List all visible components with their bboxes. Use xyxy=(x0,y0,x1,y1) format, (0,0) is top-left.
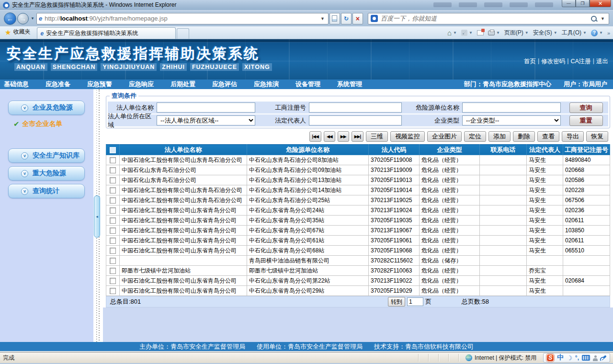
history-dropdown-icon[interactable]: ▼ xyxy=(31,16,34,21)
row-checkbox[interactable] xyxy=(110,177,116,183)
query-reset-button[interactable]: 重置 xyxy=(569,115,603,126)
goto-page-button[interactable]: 转到 xyxy=(388,297,405,307)
toolbar-button[interactable]: 企业图片 xyxy=(427,131,462,142)
pager-button[interactable]: |◀◀ xyxy=(309,131,321,142)
toolbar-button[interactable]: 添加 xyxy=(488,131,511,142)
banner-link[interactable]: 修改密码 xyxy=(541,57,565,66)
hazard-name-input[interactable] xyxy=(462,102,561,113)
menu-item[interactable]: 应急评估 xyxy=(212,80,237,89)
row-checkbox[interactable] xyxy=(110,207,116,214)
toolbar-button[interactable]: 查看 xyxy=(537,131,559,142)
overflow-chevron-icon[interactable]: » xyxy=(607,30,610,36)
toolbar-button[interactable]: 三维 xyxy=(366,131,388,142)
feeds-button[interactable]: ▼ xyxy=(461,30,473,36)
row-checkbox[interactable] xyxy=(110,228,116,234)
row-checkbox[interactable] xyxy=(110,248,116,254)
ime-fullwidth-icon[interactable]: ☽ xyxy=(567,354,572,362)
row-checkbox[interactable] xyxy=(110,187,116,193)
close-button[interactable]: ✕ xyxy=(590,0,611,7)
favorites-star-icon[interactable]: ★ xyxy=(5,28,11,37)
toolbar-button[interactable]: 视频监控 xyxy=(390,131,425,142)
refresh-button[interactable]: ↻ xyxy=(341,13,352,24)
sogou-icon[interactable]: S xyxy=(546,354,554,362)
window-title: 安全生产应急救援指挥辅助决策系统 - Windows Internet Expl… xyxy=(12,1,176,9)
search-dropdown-icon[interactable]: ▼ xyxy=(599,16,606,21)
sidebar-group-enterprise-hazard[interactable]: v 企业及危险源 xyxy=(8,101,85,115)
active-tab[interactable]: e 安全生产应急救援指挥辅助决策系统 xyxy=(37,27,176,39)
row-checkbox[interactable] xyxy=(110,197,116,204)
ime-settings-icon[interactable] xyxy=(601,355,607,360)
sidebar-collapse-handle[interactable]: ◂ xyxy=(94,195,100,238)
legal-rep-input[interactable] xyxy=(309,115,402,125)
row-checkbox[interactable] xyxy=(110,217,116,224)
security-menu[interactable]: 安全(S)▼ xyxy=(533,29,557,37)
minimize-button[interactable]: — xyxy=(562,0,576,7)
menu-item[interactable]: 设备管理 xyxy=(295,80,320,89)
new-tab-stub[interactable] xyxy=(177,28,189,39)
table-cell: 马安生 xyxy=(527,246,563,256)
sidebar-active-label: 全市企业名单 xyxy=(23,120,63,128)
sidebar-group-safety-knowledge[interactable]: v 安全生产知识库 xyxy=(8,148,85,163)
menu-item[interactable]: 基础信息 xyxy=(4,80,29,89)
ime-punctuation-icon[interactable]: °, xyxy=(575,354,579,361)
mail-button[interactable] xyxy=(477,30,484,35)
sidebar-splitter[interactable]: ◂ xyxy=(93,89,103,342)
print-button[interactable]: ▼ xyxy=(488,31,500,35)
table-cell: 370213F119022 xyxy=(369,276,420,286)
pager-button[interactable]: ◀◀ xyxy=(324,131,335,142)
menu-item[interactable]: 应急响应 xyxy=(129,80,154,89)
page-menu[interactable]: 页面(P)▼ xyxy=(504,29,529,37)
toolbar-button[interactable]: 定位 xyxy=(464,131,486,142)
corp-name-input[interactable] xyxy=(157,102,255,113)
ent-type-select[interactable]: --企业类型-- xyxy=(462,115,561,125)
sidebar-item-city-enterprise-list[interactable]: ✔ 全市企业名单 xyxy=(13,120,93,128)
reg-no-input[interactable] xyxy=(309,102,402,113)
home-button[interactable]: ⌂▼ xyxy=(447,29,457,37)
maximize-button[interactable]: ❐ xyxy=(576,0,590,7)
row-checkbox[interactable] xyxy=(110,288,116,294)
menu-item[interactable]: 后期处置 xyxy=(170,80,195,89)
pager-button[interactable]: ▶▶ xyxy=(338,131,349,142)
row-checkbox[interactable] xyxy=(110,157,116,163)
row-checkbox[interactable] xyxy=(110,278,116,284)
site-title: 安全生产应急救援指挥辅助决策系统 xyxy=(7,44,260,64)
stop-button[interactable]: × xyxy=(352,13,363,24)
select-all-checkbox[interactable] xyxy=(110,147,116,153)
toolbar-button[interactable]: 恢复 xyxy=(586,131,608,142)
query-search-button[interactable]: 查询 xyxy=(569,102,603,113)
address-dropdown-icon[interactable]: ▼ xyxy=(319,16,326,21)
favorites-label[interactable]: 收藏夹 xyxy=(13,28,30,36)
region-select[interactable]: --法人单位所在区域-- xyxy=(157,115,255,125)
menu-item[interactable]: 系统管理 xyxy=(337,80,362,89)
sidebar-group-major-hazard[interactable]: v 重大危险源 xyxy=(8,166,85,181)
row-checkbox[interactable] xyxy=(110,258,116,264)
row-checkbox[interactable] xyxy=(110,268,116,274)
ime-keyboard-icon[interactable] xyxy=(582,355,590,361)
forward-button[interactable]: → xyxy=(17,13,29,24)
toolbar-button[interactable]: 导出 xyxy=(562,131,584,142)
row-checkbox[interactable] xyxy=(110,238,116,244)
search-box[interactable]: 百度一下，你就知道 ▼ xyxy=(368,13,609,24)
chevron-down-icon: ▼ xyxy=(469,31,473,35)
banner-link[interactable]: 退出 xyxy=(596,57,608,66)
menu-item[interactable]: 应急准备 xyxy=(45,80,70,89)
compatibility-view-button[interactable] xyxy=(329,13,340,24)
banner-link[interactable]: 首页 xyxy=(524,57,536,66)
chevron-circle-icon: v xyxy=(21,188,28,195)
search-icon[interactable] xyxy=(590,15,597,22)
row-checkbox[interactable] xyxy=(110,167,116,173)
sidebar-group-query-statistics[interactable]: v 查询统计 xyxy=(8,184,85,198)
ime-account-icon[interactable] xyxy=(593,355,598,360)
help-menu[interactable]: ?▼ xyxy=(591,30,603,36)
banner-link[interactable]: CA注册 xyxy=(570,57,590,66)
toolbar-button[interactable]: 删除 xyxy=(513,131,535,142)
pager-button[interactable]: ▶▶| xyxy=(352,131,363,142)
table-cell: 020668 xyxy=(563,165,610,175)
back-button[interactable]: ← xyxy=(4,12,16,25)
ime-chinese-mode-icon[interactable]: 中 xyxy=(557,353,564,362)
menu-item[interactable]: 应急推演 xyxy=(254,80,279,89)
menu-item[interactable]: 应急预警 xyxy=(87,80,112,89)
address-field[interactable]: e http://localhost:90/yjzh/frame/homepag… xyxy=(36,13,329,24)
tools-menu[interactable]: 工具(O)▼ xyxy=(562,29,587,37)
page-number-input[interactable] xyxy=(407,297,423,306)
